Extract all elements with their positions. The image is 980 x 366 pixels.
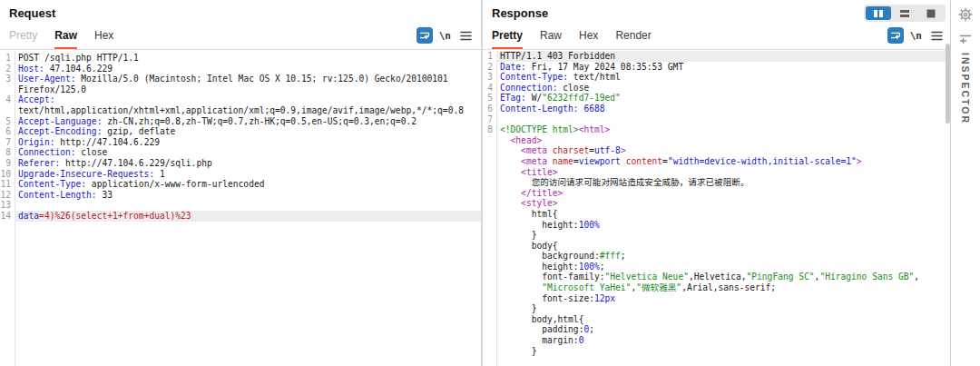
code-line[interactable]: 3Content-Type: text/html bbox=[483, 72, 950, 83]
hamburger-menu-icon[interactable] bbox=[457, 27, 474, 44]
code-line[interactable]: background:#fff; bbox=[483, 251, 950, 262]
line-content: Accept-Language: zh-CN,zh;q=0.8,zh-TW;q=… bbox=[15, 116, 481, 127]
response-tabs: PrettyRawHexRender bbox=[492, 29, 652, 49]
code-line[interactable]: margin:0 bbox=[483, 335, 950, 346]
code-line[interactable]: 9Referer: http://47.104.6.229/sqli.php bbox=[0, 158, 481, 169]
line-content: "Microsoft YaHei","微软雅黑",Arial,sans-seri… bbox=[496, 282, 950, 293]
line-number bbox=[483, 177, 496, 188]
code-line[interactable]: <head> bbox=[483, 135, 950, 146]
line-number bbox=[483, 156, 496, 167]
line-number bbox=[483, 241, 496, 252]
line-number bbox=[483, 167, 496, 178]
line-number: 10 bbox=[0, 169, 15, 180]
code-line[interactable]: } bbox=[483, 230, 950, 241]
line-number bbox=[483, 335, 496, 346]
line-number bbox=[483, 303, 496, 314]
line-content: Upgrade-Insecure-Requests: 1 bbox=[15, 169, 481, 180]
code-line[interactable]: <style> bbox=[483, 198, 950, 209]
line-content: body{ bbox=[496, 241, 950, 252]
code-line[interactable]: body{ bbox=[483, 241, 950, 252]
code-line[interactable]: text/html,application/xhtml+xml,applicat… bbox=[0, 105, 481, 116]
tab-render[interactable]: Render bbox=[615, 29, 651, 49]
line-number bbox=[483, 145, 496, 156]
code-line[interactable]: Firefox/125.0 bbox=[0, 84, 481, 95]
code-line[interactable]: </title> bbox=[483, 188, 950, 199]
code-line[interactable]: 7 bbox=[483, 114, 950, 125]
line-number: 1 bbox=[0, 53, 15, 64]
code-line[interactable]: 8Connection: close bbox=[0, 147, 481, 158]
line-number: 5 bbox=[0, 116, 15, 127]
tab-hex[interactable]: Hex bbox=[579, 29, 598, 49]
code-line[interactable]: font-size:12px bbox=[483, 293, 950, 304]
hamburger-menu-icon[interactable] bbox=[928, 27, 945, 44]
request-editor[interactable]: 1POST /sqli.php HTTP/1.12Host: 47.104.6.… bbox=[0, 51, 481, 366]
code-line[interactable]: 您的访问请求可能对网站造成安全威胁，请求已被阻断。 bbox=[483, 177, 950, 188]
code-line[interactable]: 14data=4)%26(select+1+from+dual)%23 bbox=[0, 211, 481, 222]
inspector-collapse-icon[interactable] bbox=[959, 33, 973, 49]
settings-gear-icon[interactable] bbox=[958, 7, 973, 25]
response-title: Response bbox=[492, 6, 548, 20]
line-content: Referer: http://47.104.6.229/sqli.php bbox=[15, 158, 481, 169]
line-content: User-Agent: Mozilla/5.0 (Macintosh; Inte… bbox=[15, 74, 481, 84]
single-layout-icon[interactable] bbox=[918, 6, 944, 20]
tab-raw[interactable]: Raw bbox=[540, 29, 562, 49]
code-line[interactable]: height:100% bbox=[483, 220, 950, 231]
response-panel: Response PrettyRawHexRender \n bbox=[483, 0, 950, 366]
code-line[interactable]: } bbox=[483, 303, 950, 314]
newline-toggle[interactable]: \n bbox=[439, 30, 451, 42]
code-line[interactable]: 12Content-Length: 33 bbox=[0, 190, 481, 201]
line-content: <meta charset=utf-8> bbox=[496, 145, 950, 156]
tab-pretty[interactable]: Pretty bbox=[492, 29, 523, 49]
line-content: body,html{ bbox=[496, 314, 950, 325]
code-line[interactable]: font-family:"Helvetica Neue",Helvetica,"… bbox=[483, 272, 950, 282]
code-line[interactable]: 3User-Agent: Mozilla/5.0 (Macintosh; Int… bbox=[0, 74, 481, 84]
line-number bbox=[483, 314, 496, 325]
code-line[interactable]: body,html{ bbox=[483, 314, 950, 325]
line-content: Content-Length: 6688 bbox=[496, 104, 950, 114]
response-editor[interactable]: 1HTTP/1.1 403 Forbidden2Date: Fri, 17 Ma… bbox=[483, 51, 950, 366]
code-line[interactable]: padding:0; bbox=[483, 324, 950, 335]
code-line[interactable]: 4Accept: bbox=[0, 94, 481, 105]
word-wrap-icon[interactable] bbox=[416, 27, 433, 44]
code-line[interactable]: 6Accept-Encoding: gzip, deflate bbox=[0, 126, 481, 137]
line-content: data=4)%26(select+1+from+dual)%23 bbox=[15, 211, 481, 222]
code-line[interactable]: 10Upgrade-Insecure-Requests: 1 bbox=[0, 169, 481, 180]
code-line[interactable]: <meta name=viewport content="width=devic… bbox=[483, 156, 950, 167]
columns-layout-icon[interactable] bbox=[866, 6, 891, 20]
code-line[interactable]: 5Accept-Language: zh-CN,zh;q=0.8,zh-TW;q… bbox=[0, 116, 481, 127]
code-line[interactable]: 5ETag: W/"6232ffd7-19ed" bbox=[483, 93, 950, 104]
code-line[interactable]: <meta charset=utf-8> bbox=[483, 145, 950, 156]
inspector-label[interactable]: INSPECTOR bbox=[960, 53, 971, 124]
line-content: font-family:"Helvetica Neue",Helvetica,"… bbox=[496, 272, 950, 282]
tab-hex[interactable]: Hex bbox=[94, 29, 113, 49]
word-wrap-icon[interactable] bbox=[887, 27, 904, 44]
line-number bbox=[483, 188, 496, 199]
tab-raw[interactable]: Raw bbox=[54, 29, 77, 49]
code-line[interactable]: 7Origin: http://47.104.6.229 bbox=[0, 137, 481, 148]
line-content: Connection: close bbox=[496, 83, 950, 94]
line-content: <meta name=viewport content="width=devic… bbox=[496, 156, 950, 167]
code-line[interactable]: 13 bbox=[0, 200, 481, 211]
code-line[interactable]: 11Content-Type: application/x-www-form-u… bbox=[0, 179, 481, 190]
code-line[interactable]: height:100%; bbox=[483, 262, 950, 272]
code-line[interactable]: "Microsoft YaHei","微软雅黑",Arial,sans-seri… bbox=[483, 282, 950, 293]
code-line[interactable]: 6Content-Length: 6688 bbox=[483, 104, 950, 114]
rows-layout-icon[interactable] bbox=[892, 6, 917, 20]
line-number bbox=[483, 220, 496, 231]
code-line[interactable]: } bbox=[483, 346, 950, 357]
code-line[interactable]: 4Connection: close bbox=[483, 83, 950, 94]
line-content: <style> bbox=[496, 198, 950, 209]
tab-pretty[interactable]: Pretty bbox=[9, 29, 37, 49]
code-line[interactable]: <title> bbox=[483, 167, 950, 178]
line-number: 11 bbox=[0, 179, 15, 190]
code-line[interactable]: 1HTTP/1.1 403 Forbidden bbox=[483, 51, 950, 62]
code-line[interactable]: 2Date: Fri, 17 May 2024 08:35:53 GMT bbox=[483, 62, 950, 73]
newline-toggle[interactable]: \n bbox=[910, 30, 922, 42]
line-content: html{ bbox=[496, 209, 950, 220]
line-number: 7 bbox=[0, 137, 15, 148]
code-line[interactable]: 1POST /sqli.php HTTP/1.1 bbox=[0, 53, 481, 64]
line-content: text/html,application/xhtml+xml,applicat… bbox=[15, 105, 481, 116]
code-line[interactable]: 8<!DOCTYPE html><html> bbox=[483, 124, 950, 135]
code-line[interactable]: html{ bbox=[483, 209, 950, 220]
code-line[interactable]: 2Host: 47.104.6.229 bbox=[0, 64, 481, 74]
